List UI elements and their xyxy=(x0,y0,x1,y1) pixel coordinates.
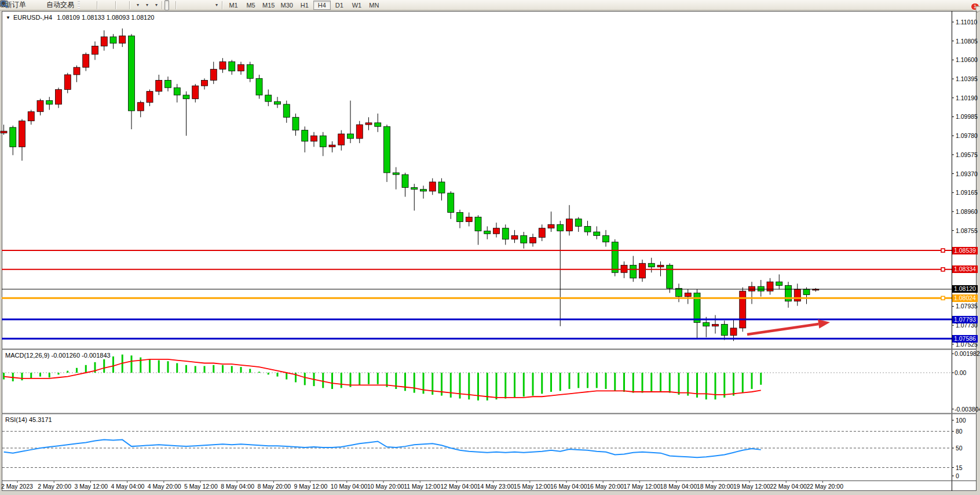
time-tick-label: 15 May 12:00 xyxy=(514,483,551,490)
price-tick-label: 1.08755 xyxy=(956,227,978,234)
time-tick-label: 10 May 04:00 xyxy=(331,483,368,490)
time-tick-label: 17 May 12:00 xyxy=(623,483,660,490)
time-tick-label: 8 May 04:00 xyxy=(221,483,254,490)
price-tick-label: 1.11010 xyxy=(956,19,977,26)
rsi-indicator-label: RSI(14) 45.3171 xyxy=(5,416,52,423)
macd-tick-label: 0.001982 xyxy=(955,350,980,357)
chart-symbol-label: ▼EURUSD-,H41.08109 1.08133 1.08093 1.081… xyxy=(6,14,154,21)
mt4-terminal: 新订单 自动交易 xyxy=(0,0,980,495)
price-tick-label: 1.10190 xyxy=(956,94,978,101)
macd-indicator-label: MACD(12,26,9) -0.001260 -0.001843 xyxy=(5,352,111,359)
ohlc-text: 1.08109 1.08133 1.08093 1.08120 xyxy=(57,14,154,21)
time-tick-label: 16 May 04:00 xyxy=(550,483,587,490)
price-tick-label: 1.09780 xyxy=(956,132,978,139)
rsi-tick-label: 100 xyxy=(956,417,966,424)
time-tick-label: 22 May 04:00 xyxy=(770,483,807,490)
price-tick-label: 1.09165 xyxy=(956,189,978,196)
symbol-dropdown-icon[interactable]: ▼ xyxy=(6,15,10,20)
time-tick-label: 19 May 12:00 xyxy=(733,483,770,490)
time-tick-label: 14 May 23:00 xyxy=(477,483,514,490)
time-tick-label: 4 May 04:00 xyxy=(111,483,145,490)
price-tag-1.07793: 1.07793 xyxy=(952,316,978,323)
time-tick-label: 2 May 20:00 xyxy=(38,483,71,490)
price-tag-1.08120: 1.08120 xyxy=(952,285,978,293)
time-tick-label: 18 May 04:00 xyxy=(660,483,697,490)
price-tag-1.08539: 1.08539 xyxy=(952,247,978,254)
time-tick-label: 11 May 12:00 xyxy=(404,483,440,490)
time-tick-label: 18 May 20:00 xyxy=(697,483,734,490)
time-tick-label: 5 May 12:00 xyxy=(184,483,218,490)
rsi-tick-label: 50 xyxy=(956,445,963,452)
time-tick-label: 10 May 20:00 xyxy=(367,483,404,490)
price-tick-label: 1.08960 xyxy=(956,208,978,215)
time-tick-label: 3 May 12:00 xyxy=(74,483,108,490)
rsi-tick-label: 15 xyxy=(956,464,963,471)
time-tick-label: 9 May 12:00 xyxy=(294,483,328,490)
price-tick-label: 1.09985 xyxy=(956,113,978,120)
price-tick-label: 1.07935 xyxy=(956,303,978,310)
time-tick-label: 4 May 20:00 xyxy=(148,483,181,490)
price-tick-label: 1.09370 xyxy=(956,170,978,177)
price-tag-1.08334: 1.08334 xyxy=(952,265,978,273)
macd-tick-label: -0.003804 xyxy=(955,406,980,413)
price-tick-label: 1.10600 xyxy=(956,56,978,63)
price-tick-label: 1.09575 xyxy=(956,151,978,158)
rsi-tick-label: 0 xyxy=(956,472,959,479)
chart-canvas[interactable] xyxy=(0,0,980,495)
time-tick-label: 8 May 20:00 xyxy=(257,483,291,490)
time-tick-label: 2 May 2023 xyxy=(1,483,33,490)
time-tick-label: 16 May 20:00 xyxy=(587,483,624,490)
price-tag-1.07586: 1.07586 xyxy=(952,335,978,343)
macd-tick-label: 0.00 xyxy=(955,369,966,376)
price-tick-label: 1.10395 xyxy=(956,75,978,82)
price-tag-1.08024: 1.08024 xyxy=(952,294,978,302)
rsi-tick-label: 80 xyxy=(956,428,963,435)
time-tick-label: 12 May 04:00 xyxy=(440,483,477,490)
symbol-text: EURUSD-,H4 xyxy=(13,14,52,21)
time-tick-label: 22 May 20:00 xyxy=(806,483,843,490)
price-tick-label: 1.10805 xyxy=(956,38,978,45)
